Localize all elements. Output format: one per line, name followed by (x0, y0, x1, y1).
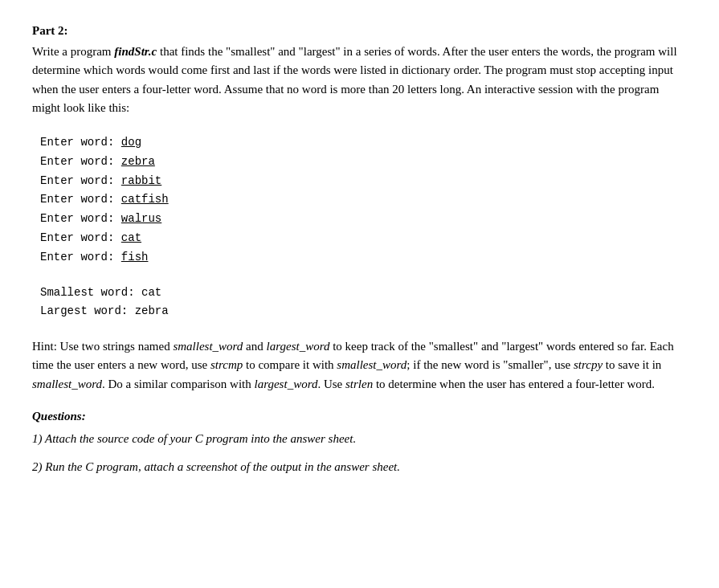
word-1: dog (121, 136, 141, 149)
question-1: 1) Attach the source code of your C prog… (32, 430, 687, 448)
smallest-label: Smallest word: (40, 286, 141, 299)
word-3: rabbit (121, 174, 161, 187)
code-line-7: Enter word: fish (40, 248, 687, 267)
intro-paragraph: Write a program findStr.c that finds the… (32, 43, 687, 117)
prompt-5: Enter word: (40, 212, 121, 225)
word-6: cat (121, 231, 141, 244)
hint-func1: strcmp (210, 358, 243, 371)
code-line-4: Enter word: catfish (40, 190, 687, 210)
word-7: fish (121, 251, 149, 263)
part-title: Part 2: (32, 24, 687, 38)
hint-var4: smallest_word (32, 378, 102, 390)
code-block: Enter word: dog Enter word: zebra Enter … (40, 133, 687, 267)
intro-text: Write a program (32, 45, 114, 58)
code-line-6: Enter word: cat (40, 229, 687, 248)
word-2: zebra (121, 155, 155, 168)
hint-var5: largest_word (255, 378, 318, 390)
code-line-1: Enter word: dog (40, 133, 687, 153)
code-line-3: Enter word: rabbit (40, 172, 687, 191)
largest-value: zebra (135, 304, 169, 317)
prompt-3: Enter word: (40, 174, 121, 187)
largest-label: Largest word: (40, 304, 135, 317)
page-content: Part 2: Write a program findStr.c that f… (32, 24, 687, 476)
questions-section: Questions: 1) Attach the source code of … (32, 410, 687, 477)
hint-func2: strcpy (574, 358, 603, 371)
hint-func3: strlen (345, 378, 373, 390)
smallest-value: cat (141, 286, 161, 299)
word-4: catfish (121, 193, 169, 206)
prompt-4: Enter word: (40, 193, 121, 206)
hint-var3: smallest_word (337, 358, 406, 371)
prompt-6: Enter word: (40, 231, 121, 244)
questions-title: Questions: (32, 410, 687, 423)
hint-var1: smallest_word (173, 340, 243, 353)
hint-var2: largest_word (267, 340, 330, 353)
code-line-2: Enter word: zebra (40, 153, 687, 172)
prompt-1: Enter word: (40, 136, 121, 149)
word-5: walrus (121, 212, 161, 225)
result-block: Smallest word: cat Largest word: zebra (40, 284, 687, 322)
question-2: 2) Run the C program, attach a screensho… (32, 458, 687, 476)
prompt-7: Enter word: (40, 251, 121, 263)
hint-paragraph: Hint: Use two strings named smallest_wor… (32, 337, 687, 394)
code-line-5: Enter word: walrus (40, 210, 687, 229)
largest-result: Largest word: zebra (40, 302, 687, 321)
smallest-result: Smallest word: cat (40, 284, 687, 303)
program-name: findStr.c (114, 45, 157, 58)
prompt-2: Enter word: (40, 155, 121, 168)
